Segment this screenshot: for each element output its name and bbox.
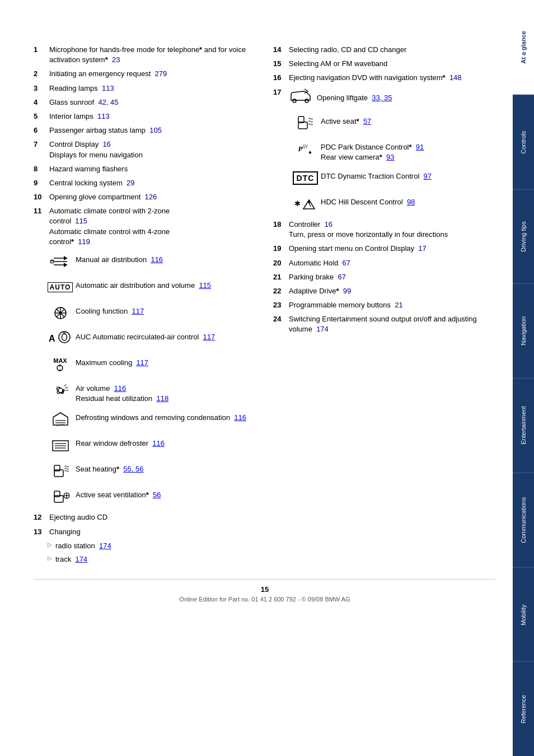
page-link[interactable]: 56 (153, 491, 161, 499)
page-link[interactable]: 29 (127, 179, 134, 187)
page-link[interactable]: 67 (342, 259, 350, 267)
sub-list-item: ▷ radio station 174 (48, 541, 256, 551)
page-link[interactable]: 99 (343, 287, 351, 295)
page-link[interactable]: 116 (114, 384, 127, 393)
seat-heat-icon (45, 461, 76, 481)
auto-air-icon: AUTO (45, 277, 76, 297)
icon-item-max-cool: MAX Maximum cooling 117 (45, 354, 256, 375)
page-link[interactable]: 174 (99, 542, 111, 550)
icon-item-auto-air: AUTO Automatic air distribution and volu… (45, 277, 256, 297)
seat-vent-icon (45, 487, 76, 507)
item-number: 10 (34, 192, 49, 202)
list-item: 12 Ejecting audio CD (34, 512, 256, 522)
footer-text: Online Edition for Part no. 01 41 2 600 … (179, 596, 350, 603)
page-link[interactable]: 113 (102, 84, 114, 92)
cooling-icon (45, 303, 76, 323)
page-link[interactable]: 116 (152, 439, 165, 447)
icon-item-cooling: Cooling function 117 (45, 303, 256, 323)
page-link[interactable]: 98 (407, 198, 415, 206)
icon-item-defrost: Defrosting windows and removing condensa… (45, 409, 256, 430)
item-number: 22 (273, 286, 289, 296)
page-link[interactable]: 115 (199, 281, 211, 290)
icon-item-auc: A AUC Automatic recirculated-air control… (45, 329, 256, 349)
left-column: 1 Microphone for hands-free mode for tel… (34, 45, 256, 568)
icon-item-pdc: P///▲ PDC Park Distance Control* 91 Rear… (290, 139, 496, 162)
item-number: 4 (34, 97, 49, 108)
page-link[interactable]: 105 (149, 126, 162, 134)
icon-item-rear-defrost: Rear window defroster 116 (45, 435, 256, 455)
manual-air-icon (45, 251, 76, 272)
list-item: 15 Selecting AM or FM waveband (273, 59, 496, 69)
page-link[interactable]: 42, 45 (98, 98, 118, 106)
right-column: 14 Selecting radio, CD and CD changer 15… (273, 45, 496, 568)
page-link[interactable]: 116 (151, 255, 163, 264)
item-number: 5 (34, 111, 49, 122)
page-link[interactable]: 21 (395, 301, 402, 309)
icon-item-active-seat: Active seat* 57 (290, 113, 496, 133)
item-number: 12 (34, 512, 49, 522)
list-item: 13 Changing (34, 527, 256, 537)
page-link[interactable]: 91 (416, 143, 424, 151)
list-item: 14 Selecting radio, CD and CD changer (273, 45, 496, 55)
item-number: 3 (34, 83, 49, 94)
page-link[interactable]: 57 (363, 117, 371, 125)
page-number: 15 (34, 585, 496, 594)
page-link[interactable]: 174 (75, 555, 87, 563)
defrost-icon (45, 409, 76, 430)
page-link-2[interactable]: 93 (386, 153, 394, 161)
page-link[interactable]: 97 (424, 172, 432, 180)
arrow-icon: ▷ (48, 554, 52, 564)
page-link[interactable]: 67 (338, 273, 345, 281)
active-seat-icon (290, 113, 321, 133)
item-number: 9 (34, 178, 49, 188)
page-link[interactable]: 33, 35 (372, 94, 392, 102)
page-link-2[interactable]: 118 (157, 394, 169, 403)
item-number: 14 (273, 45, 289, 55)
svg-marker-3 (64, 256, 67, 260)
sidebar-tab-communications[interactable]: Communications (513, 473, 534, 567)
page-link[interactable]: 119 (78, 237, 90, 246)
sidebar-tab-reference[interactable]: Reference (513, 661, 534, 756)
svg-point-40 (305, 99, 308, 102)
sidebar-tab-navigation[interactable]: Navigation (513, 283, 534, 378)
svg-point-43 (308, 201, 310, 203)
list-item: 23 Programmable memory buttons 21 (273, 300, 496, 310)
page-link[interactable]: 117 (136, 358, 148, 367)
page-link[interactable]: 23 (112, 55, 120, 64)
page-link[interactable]: 174 (316, 325, 329, 333)
page-link[interactable]: 148 (449, 73, 462, 82)
list-item: 19 Opening start menu on Control Display… (273, 244, 496, 254)
dtc-icon: DTC (290, 168, 321, 188)
main-content: 1 Microphone for hands-free mode for tel… (0, 0, 513, 756)
sidebar-tab-controls[interactable]: Controls (513, 95, 534, 189)
page-link[interactable]: 126 (145, 193, 157, 201)
page-link[interactable]: 113 (97, 112, 110, 120)
sidebar-tab-at-a-glance[interactable]: At a glance (513, 0, 534, 95)
arrow-icon: ▷ (48, 541, 52, 551)
page-link[interactable]: 115 (75, 217, 87, 225)
page-link[interactable]: 117 (132, 307, 144, 315)
page-link[interactable]: 55, 56 (123, 465, 143, 473)
sidebar-tab-driving-tips[interactable]: Driving tips (513, 189, 534, 284)
list-item: 5 Interior lamps 113 (34, 111, 256, 122)
page-link[interactable]: 16 (102, 140, 110, 148)
item-number: 20 (273, 258, 289, 268)
list-item: 21 Parking brake 67 (273, 272, 496, 282)
page-link[interactable]: 279 (155, 69, 167, 78)
item-number: 6 (34, 125, 49, 136)
list-item: 16 Ejecting navigation DVD with navigati… (273, 73, 496, 83)
svg-line-22 (64, 385, 67, 386)
list-item-central-locking: 9 Central locking system 29 (34, 178, 256, 188)
page-link[interactable]: 17 (418, 244, 426, 253)
item-number: 15 (273, 59, 289, 69)
item-number: 17 (273, 88, 289, 96)
svg-point-21 (58, 388, 63, 393)
icon-item-seat-vent: Active seat ventilation* 56 (45, 487, 256, 507)
icon-item-air-volume: Air volume 116 Residual heat utilization… (45, 380, 256, 404)
page-link[interactable]: 117 (203, 333, 216, 341)
item-number: 18 (273, 220, 289, 240)
sidebar-tab-entertainment[interactable]: Entertainment (513, 378, 534, 473)
page-link[interactable]: 116 (234, 413, 246, 422)
sidebar-tab-mobility[interactable]: Mobility (513, 567, 534, 662)
page-link[interactable]: 16 (325, 220, 332, 228)
